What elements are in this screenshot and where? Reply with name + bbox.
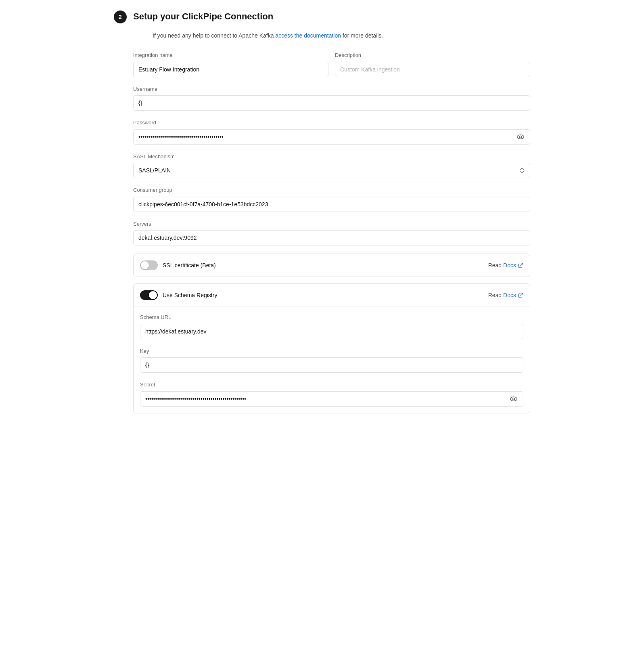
schema-registry-section: Use Schema Registry Read Docs [133, 283, 530, 413]
schema-docs-section: Read Docs [488, 291, 523, 300]
schema-docs-label: Docs [503, 291, 516, 300]
password-label: Password [133, 119, 530, 127]
svg-point-0 [517, 135, 524, 139]
key-input[interactable] [140, 357, 523, 373]
key-label: Key [140, 347, 523, 355]
external-link-icon [518, 262, 523, 268]
integration-name-label: Integration name [133, 51, 328, 59]
schema-url-label: Schema URL [140, 313, 523, 321]
svg-line-3 [520, 293, 523, 296]
eye-icon [516, 133, 525, 141]
page-title: Setup your ClickPipe Connection [133, 10, 273, 23]
ssl-docs-link[interactable]: Docs [503, 261, 523, 270]
ssl-docs-label: Docs [503, 261, 516, 270]
svg-point-5 [513, 398, 515, 400]
secret-input[interactable] [140, 391, 523, 407]
description-input[interactable] [335, 62, 530, 77]
sasl-mechanism-label: SASL Mechanism [133, 153, 530, 161]
integration-name-input[interactable] [133, 62, 328, 77]
schema-docs-link[interactable]: Docs [503, 291, 523, 300]
servers-input[interactable] [133, 230, 530, 245]
description-label: Description [335, 51, 530, 59]
schema-registry-label: Use Schema Registry [163, 291, 217, 300]
consumer-group-input[interactable] [133, 197, 530, 212]
username-input[interactable] [133, 95, 530, 111]
sasl-mechanism-select[interactable]: SASL/PLAIN SASL/SCRAM-SHA-256 SASL/SCRAM… [133, 163, 530, 178]
password-input[interactable] [133, 129, 530, 145]
step-badge: 2 [114, 10, 127, 23]
documentation-link[interactable]: access the documentation [275, 32, 341, 39]
help-text: If you need any help to connect to Apach… [133, 31, 530, 40]
schema-read-text: Read [488, 291, 502, 300]
ssl-docs-section: Read Docs [488, 261, 523, 270]
schema-url-input[interactable] [140, 324, 523, 339]
servers-label: Servers [133, 220, 530, 228]
secret-eye-icon [510, 395, 518, 403]
secret-label: Secret [140, 381, 523, 389]
step-number: 2 [119, 13, 122, 21]
ssl-toggle[interactable] [140, 260, 158, 270]
svg-point-1 [520, 136, 522, 138]
ssl-read-text: Read [488, 261, 502, 270]
svg-line-2 [520, 263, 523, 266]
schema-external-link-icon [518, 292, 523, 298]
username-label: Username [133, 85, 530, 93]
secret-toggle-button[interactable] [509, 394, 519, 404]
schema-registry-toggle[interactable] [140, 290, 158, 300]
password-toggle-button[interactable] [516, 132, 525, 142]
svg-point-4 [510, 397, 517, 401]
ssl-toggle-label: SSL certificate (Beta) [163, 261, 216, 270]
ssl-certificate-row: SSL certificate (Beta) Read Docs [133, 254, 530, 277]
consumer-group-label: Consumer group [133, 186, 530, 194]
